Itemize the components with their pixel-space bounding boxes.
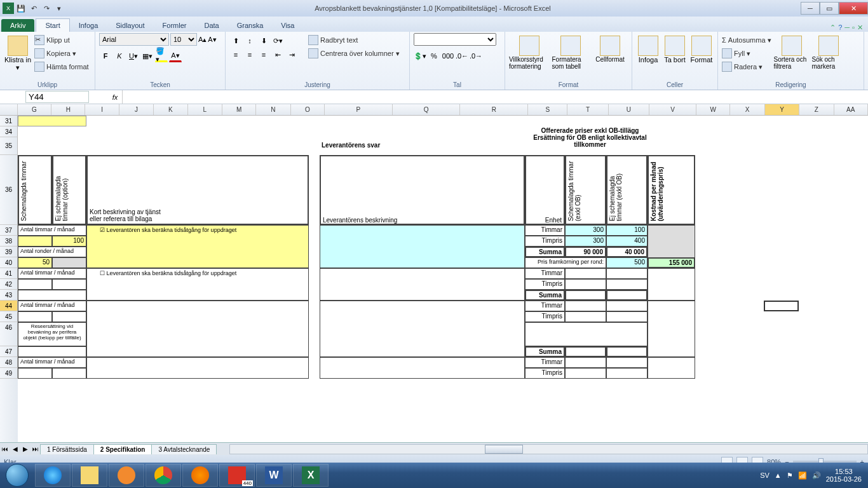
tray-volume-icon[interactable]: 🔊 — [812, 471, 821, 480]
next-sheet-icon[interactable]: ▶ — [20, 445, 31, 452]
orientation-icon[interactable]: ⟳▾ — [271, 34, 284, 47]
last-sheet-icon[interactable]: ⏭ — [31, 445, 41, 452]
font-color-button[interactable]: A▾ — [169, 50, 182, 62]
help-icon[interactable]: ? — [838, 24, 842, 32]
indent-inc-icon[interactable]: ⇥ — [285, 48, 298, 61]
tray-clock[interactable]: 15:53 2015-03-26 — [826, 468, 862, 483]
window-min-icon[interactable]: ─ — [844, 24, 850, 32]
cell-styles-button[interactable]: Cellformat — [592, 36, 628, 63]
paste-button[interactable]: Klistra in ▾ — [4, 36, 32, 72]
undo-icon[interactable]: ↶ — [28, 3, 39, 14]
save-icon[interactable]: 💾 — [15, 3, 27, 14]
checkbox-icon[interactable]: ☑ — [100, 227, 105, 233]
tab-visa[interactable]: Visa — [272, 19, 303, 32]
tab-start[interactable]: Start — [36, 18, 69, 32]
grow-font-icon[interactable]: A▴ — [198, 36, 207, 44]
taskbar-chrome[interactable] — [146, 464, 181, 487]
sheet-tab-2[interactable]: 2 Specifikation — [93, 444, 153, 454]
wrap-text-button[interactable]: Radbryt text — [308, 34, 400, 46]
file-tab[interactable]: Arkiv — [1, 19, 34, 32]
find-select-button[interactable]: Sök och markera — [812, 36, 845, 70]
first-sheet-icon[interactable]: ⏮ — [0, 445, 10, 452]
maximize-button[interactable]: ▭ — [820, 2, 839, 15]
worksheet[interactable]: G H I J K L M N O P Q R S T U V W X Y Z … — [0, 104, 868, 442]
number-format-select[interactable] — [414, 33, 496, 46]
format-painter-button[interactable]: Hämta format — [34, 60, 89, 73]
row-headers[interactable]: 31 34 35 36 37 38 39 40 41 42 43 44 45 4… — [0, 116, 18, 442]
tray-up-icon[interactable]: ▲ — [775, 471, 782, 479]
align-right-icon[interactable]: ≡ — [257, 48, 270, 61]
currency-icon[interactable]: 💲▾ — [414, 50, 426, 62]
tab-granska[interactable]: Granska — [228, 19, 273, 32]
selected-cell[interactable] — [764, 301, 799, 311]
conditional-format-button[interactable]: Villkorsstyrd formatering — [509, 36, 550, 70]
tab-sidlayout[interactable]: Sidlayout — [107, 19, 153, 32]
taskbar-media[interactable] — [109, 464, 144, 487]
shrink-font-icon[interactable]: A▾ — [208, 36, 216, 44]
cut-button[interactable]: ✂Klipp ut — [34, 34, 89, 46]
tab-formler[interactable]: Formler — [154, 19, 196, 32]
tray-flag-icon[interactable]: ⚑ — [787, 471, 793, 480]
tray-network-icon[interactable]: 📶 — [798, 471, 807, 480]
window-close-icon[interactable]: ✕ — [857, 24, 863, 32]
dec-decimal-icon[interactable]: .0→ — [470, 50, 482, 62]
tab-infoga[interactable]: Infoga — [70, 19, 107, 32]
italic-button[interactable]: K — [113, 50, 126, 62]
format-icon — [691, 36, 712, 56]
taskbar-mail[interactable]: 440 — [219, 464, 255, 487]
sheet-tab-3[interactable]: 3 Avtalstecknande — [151, 444, 217, 454]
cell-grid[interactable]: Offererade priser exkl OB-tillägg Ersätt… — [18, 116, 868, 442]
taskbar-word[interactable]: W — [256, 464, 292, 487]
sheet-tab-1[interactable]: 1 Försättssida — [40, 444, 94, 454]
fill-color-button[interactable]: 🪣▾ — [155, 50, 168, 62]
merge-center-button[interactable]: Centrera över kolumner▾ — [308, 47, 400, 60]
insert-button[interactable]: Infoga — [636, 36, 660, 64]
bold-button[interactable]: F — [99, 50, 112, 62]
name-box[interactable] — [25, 91, 89, 103]
autosum-button[interactable]: Σ Autosumma▾ — [722, 34, 771, 46]
redo-icon[interactable]: ↷ — [41, 3, 52, 14]
prev-sheet-icon[interactable]: ◀ — [10, 445, 20, 452]
align-middle-icon[interactable]: ↕ — [243, 34, 256, 47]
align-top-icon[interactable]: ⬆ — [229, 34, 242, 47]
font-size-select[interactable]: 10 — [170, 33, 197, 46]
clear-button[interactable]: Radera▾ — [722, 60, 771, 73]
tray-lang[interactable]: SV — [760, 471, 770, 479]
copy-button[interactable]: Kopiera▾ — [34, 47, 89, 60]
delete-button[interactable]: Ta bort — [663, 36, 687, 64]
taskbar-excel[interactable]: X — [293, 464, 329, 487]
format-button[interactable]: Format — [689, 36, 714, 64]
align-center-icon[interactable]: ≡ — [243, 48, 256, 61]
inc-decimal-icon[interactable]: .0← — [456, 50, 468, 62]
underline-button[interactable]: U▾ — [127, 50, 140, 62]
indent-dec-icon[interactable]: ⇤ — [271, 48, 284, 61]
fx-icon[interactable]: fx — [108, 93, 122, 101]
qat-dropdown-icon[interactable]: ▾ — [53, 3, 65, 14]
taskbar-firefox[interactable] — [182, 464, 218, 487]
tab-data[interactable]: Data — [195, 19, 227, 32]
excel-icon: X — [302, 466, 320, 484]
minimize-button[interactable]: ─ — [801, 2, 820, 15]
align-left-icon[interactable]: ≡ — [229, 48, 242, 61]
sort-filter-button[interactable]: Sortera och filtrera — [774, 36, 810, 70]
start-button[interactable] — [0, 463, 34, 488]
checkbox-icon[interactable]: ☐ — [100, 270, 105, 276]
horizontal-scrollbar[interactable] — [229, 444, 868, 454]
percent-icon[interactable]: % — [428, 50, 440, 62]
comma-icon[interactable]: 000 — [442, 50, 454, 62]
border-button[interactable]: ▦▾ — [141, 50, 154, 62]
align-bottom-icon[interactable]: ⬇ — [257, 34, 270, 47]
column-headers[interactable]: G H I J K L M N O P Q R S T U V W X Y Z … — [0, 104, 868, 116]
font-name-select[interactable]: Arial — [99, 33, 169, 46]
taskbar-ie[interactable] — [35, 464, 71, 487]
minimize-ribbon-icon[interactable]: ⌃ — [830, 24, 836, 32]
chrome-icon — [154, 466, 172, 484]
taskbar-explorer[interactable] — [72, 464, 107, 487]
formula-input[interactable] — [122, 90, 868, 104]
close-button[interactable]: ✕ — [839, 2, 868, 15]
fill-button[interactable]: Fyll▾ — [722, 47, 771, 60]
cell-yellow[interactable] — [18, 116, 86, 126]
sheet-tabs: ⏮ ◀ ▶ ⏭ 1 Försättssida 2 Specifikation 3… — [0, 442, 868, 455]
window-restore-icon[interactable]: ▫ — [852, 24, 855, 32]
format-table-button[interactable]: Formatera som tabell — [552, 36, 590, 70]
